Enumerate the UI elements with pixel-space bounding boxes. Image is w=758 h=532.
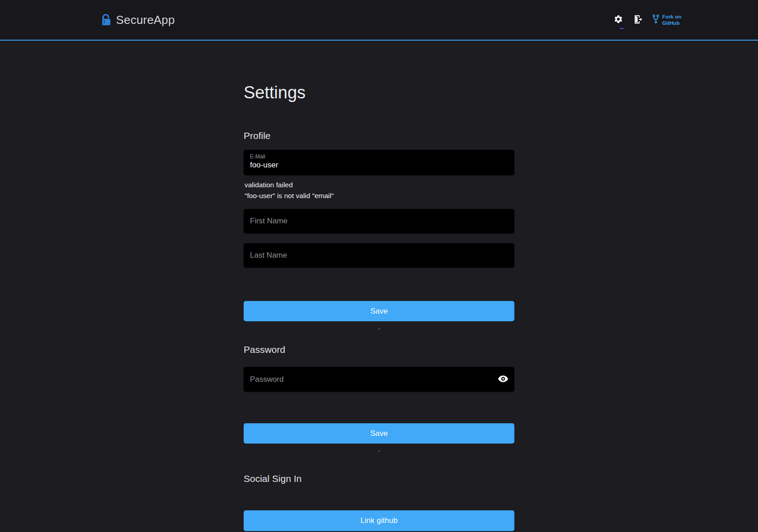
last-name-field-box	[244, 243, 514, 268]
password-save-button[interactable]: Save	[244, 423, 514, 444]
toggle-password-visibility-button[interactable]	[496, 373, 510, 385]
email-field-box: E-Mail	[244, 150, 514, 175]
fork-link-line1: Fork on	[662, 14, 681, 19]
logout-icon	[633, 14, 643, 26]
logout-button[interactable]	[632, 13, 644, 27]
email-label: E-Mail	[250, 153, 508, 160]
validation-line-1: validation failed	[245, 180, 514, 190]
lock-icon	[101, 14, 111, 26]
link-github-button[interactable]: Link github	[244, 510, 514, 531]
social-sign-in-section: Social Sign In Link github	[244, 473, 514, 531]
git-fork-icon	[652, 14, 660, 26]
validation-line-2: "foo-user" is not valid "email"	[245, 190, 514, 201]
app-header: SecureApp	[0, 0, 758, 41]
gear-icon	[614, 14, 623, 25]
password-section: Password Save	[244, 344, 514, 452]
social-sign-in-heading: Social Sign In	[244, 473, 514, 484]
first-name-field-box	[244, 209, 514, 233]
profile-section: Profile E-Mail validation failed "foo-us…	[244, 130, 514, 329]
profile-save-button[interactable]: Save	[244, 301, 514, 321]
section-divider-dot	[379, 450, 380, 452]
password-heading: Password	[244, 344, 514, 355]
settings-page: Settings Profile E-Mail validation faile…	[244, 41, 514, 531]
page-title: Settings	[244, 83, 514, 102]
header-actions: Fork on GitHub	[613, 13, 681, 27]
brand: SecureApp	[101, 13, 175, 27]
eye-icon	[498, 375, 508, 384]
app-title: SecureApp	[116, 13, 175, 27]
fork-link-line2: GitHub	[662, 20, 679, 26]
section-divider-dot	[379, 328, 380, 329]
password-input[interactable]	[250, 375, 508, 384]
first-name-input[interactable]	[250, 217, 508, 226]
password-field-box	[244, 367, 514, 392]
validation-message: validation failed "foo-user" is not vali…	[245, 180, 514, 201]
email-input[interactable]	[250, 161, 508, 170]
settings-active-mark	[620, 28, 624, 29]
fork-link-text: Fork on GitHub	[662, 14, 681, 27]
last-name-input[interactable]	[250, 251, 508, 260]
profile-heading: Profile	[244, 130, 514, 141]
settings-button[interactable]	[613, 14, 624, 26]
fork-on-github-link[interactable]: Fork on GitHub	[652, 14, 681, 27]
